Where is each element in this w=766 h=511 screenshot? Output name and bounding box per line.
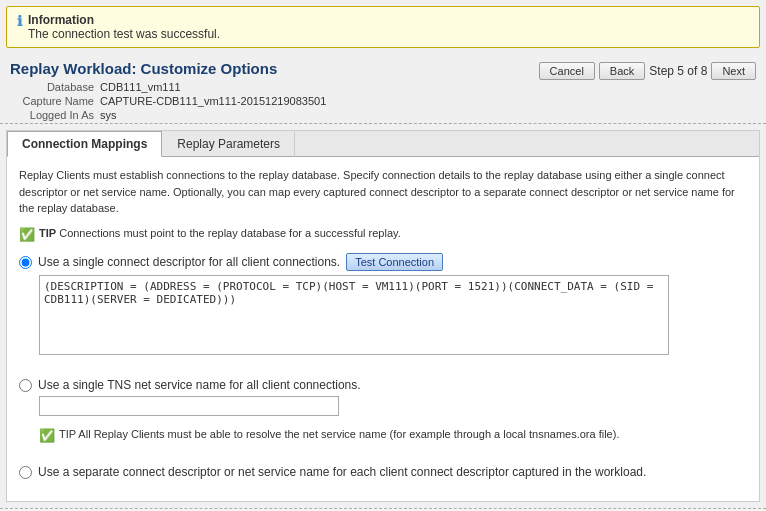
radio-label-separate: Use a separate connect descriptor or net… <box>38 465 646 479</box>
tip-text-2: TIP All Replay Clients must be able to r… <box>59 428 619 440</box>
test-connection-button[interactable]: Test Connection <box>346 253 443 271</box>
page-header-left: Replay Workload: Customize Options Datab… <box>10 60 326 121</box>
tab-replay-parameters[interactable]: Replay Parameters <box>162 131 295 157</box>
back-button-top[interactable]: Back <box>599 62 645 80</box>
tab-bar: Connection Mappings Replay Parameters <box>7 131 759 157</box>
page-header: Replay Workload: Customize Options Datab… <box>0 54 766 124</box>
checkmark-icon-2: ✅ <box>39 428 55 445</box>
radio-option-2: Use a single TNS net service name for al… <box>19 378 747 445</box>
page-title: Replay Workload: Customize Options <box>10 60 326 77</box>
radio-label-row-3: Use a separate connect descriptor or net… <box>19 465 747 479</box>
tip-box-1: ✅ TIP Connections must point to the repl… <box>19 227 747 244</box>
tab-connection-mappings[interactable]: Connection Mappings <box>7 131 162 157</box>
radio-separate-descriptor[interactable] <box>19 466 32 479</box>
radio-label-row-2: Use a single TNS net service name for al… <box>19 378 747 392</box>
radio-label-single-descriptor: Use a single connect descriptor for all … <box>38 255 340 269</box>
radio-tns-service-name[interactable] <box>19 379 32 392</box>
main-content: Connection Mappings Replay Parameters Re… <box>6 130 760 502</box>
page-header-nav: Cancel Back Step 5 of 8 Next <box>539 60 756 80</box>
info-icon: ℹ <box>17 13 22 30</box>
info-banner: ℹ Information The connection test was su… <box>6 6 760 48</box>
info-banner-title: Information <box>28 13 220 27</box>
description-text: Replay Clients must establish connection… <box>19 167 747 217</box>
connect-descriptor-textarea[interactable]: (DESCRIPTION = (ADDRESS = (PROTOCOL = TC… <box>39 275 669 355</box>
step-label-top: Step 5 of 8 <box>649 64 707 78</box>
next-button-top[interactable]: Next <box>711 62 756 80</box>
checkmark-icon-1: ✅ <box>19 227 35 244</box>
info-banner-content: Information The connection test was succ… <box>28 13 220 41</box>
tip-box-2: ✅ TIP All Replay Clients must be able to… <box>39 428 747 445</box>
radio-label-row-1: Use a single connect descriptor for all … <box>19 253 747 271</box>
capture-label: Capture Name <box>10 95 100 107</box>
database-value: CDB111_vm111 <box>100 81 326 93</box>
radio-option-1: Use a single connect descriptor for all … <box>19 253 747 358</box>
info-banner-message: The connection test was successful. <box>28 27 220 41</box>
radio-single-descriptor[interactable] <box>19 256 32 269</box>
tab-content-connection-mappings: Replay Clients must establish connection… <box>7 157 759 501</box>
radio-option-3: Use a separate connect descriptor or net… <box>19 465 747 479</box>
radio-label-tns: Use a single TNS net service name for al… <box>38 378 361 392</box>
database-label: Database <box>10 81 100 93</box>
tns-input[interactable] <box>39 396 339 416</box>
login-label: Logged In As <box>10 109 100 121</box>
page-meta: Database CDB111_vm111 Capture Name CAPTU… <box>10 81 326 121</box>
login-value: sys <box>100 109 326 121</box>
tip-text-1: TIP Connections must point to the replay… <box>39 227 401 239</box>
capture-value: CAPTURE-CDB111_vm111-20151219083501 <box>100 95 326 107</box>
cancel-button-top[interactable]: Cancel <box>539 62 595 80</box>
